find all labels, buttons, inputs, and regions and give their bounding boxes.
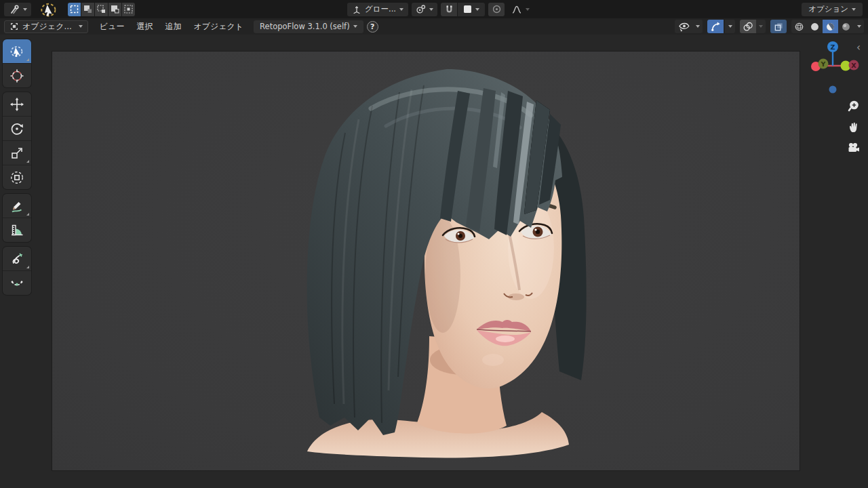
select-extend-icon <box>83 4 93 14</box>
mode-caret <box>79 25 83 28</box>
options-caret <box>852 8 856 11</box>
transform-icon <box>9 170 24 185</box>
tool-annotate[interactable] <box>3 194 31 218</box>
overlays-toggle[interactable] <box>740 20 756 33</box>
toggle-xray-button[interactable] <box>770 20 787 33</box>
select-mode-invert[interactable] <box>108 3 121 16</box>
viewport-header-right <box>675 20 864 33</box>
proportional-editing-icon <box>492 4 502 14</box>
overlays-caret[interactable] <box>756 20 766 33</box>
camera-frame[interactable] <box>52 52 800 470</box>
zoom-icon <box>847 100 860 113</box>
gizmos-toggle[interactable] <box>707 20 724 33</box>
shading-wireframe-button[interactable] <box>791 20 807 33</box>
transform-orientation-dropdown[interactable]: グロー... <box>347 3 408 16</box>
shading-group <box>791 20 864 33</box>
select-mode-subtract[interactable] <box>95 3 108 16</box>
solid-sphere-icon <box>810 22 820 32</box>
editor-selector-caret <box>23 8 27 11</box>
wireframe-sphere-icon <box>794 22 804 32</box>
retopoflow-label: RetopoFlow 3.1.0 (self) <box>260 22 350 31</box>
tool-select-box[interactable] <box>3 39 31 63</box>
brush-stroke-icon <box>9 251 24 266</box>
blender-window: グロー... <box>0 0 868 488</box>
snap-toggle[interactable] <box>441 3 457 16</box>
falloff-curve-icon <box>511 5 522 14</box>
proportional-editing-toggle[interactable] <box>488 3 505 16</box>
shading-caret[interactable] <box>854 20 864 33</box>
tool-rotate[interactable] <box>3 117 31 140</box>
3d-viewport[interactable]: Y X Z <box>0 35 868 488</box>
xray-icon <box>774 22 784 32</box>
chin-highlight <box>482 354 504 366</box>
caret-icon <box>696 25 700 28</box>
select-subtract-icon <box>96 4 106 14</box>
retopoflow-menu[interactable]: RetopoFlow 3.1.0 (self) <box>254 20 363 33</box>
view-object-types-group <box>675 20 703 33</box>
tool-header-left <box>4 0 135 18</box>
select-intersect-icon <box>123 4 134 14</box>
move-icon <box>9 97 24 112</box>
snap-increment-icon <box>463 5 472 14</box>
gizmo-y-label: Y <box>821 60 826 68</box>
caret-icon <box>857 25 861 28</box>
snap-target-caret <box>475 8 479 11</box>
tool-curve[interactable] <box>3 271 31 295</box>
menu-view[interactable]: ビュー <box>94 21 131 33</box>
snap-target-dropdown[interactable] <box>458 3 485 16</box>
tool-header-middle: グロー... <box>347 0 532 18</box>
eye-icon <box>678 22 690 32</box>
editor-type-selector[interactable] <box>4 3 31 16</box>
magnet-icon <box>444 4 454 14</box>
head-model[interactable] <box>52 52 800 470</box>
retopoflow-caret <box>353 25 357 28</box>
pivot-caret <box>429 8 433 11</box>
tool-settings-icon <box>9 4 20 15</box>
tool-scale[interactable] <box>3 141 31 165</box>
sidebar-toggle[interactable]: ‹ <box>856 43 861 53</box>
shading-material-preview-button[interactable] <box>823 20 838 33</box>
tool-move[interactable] <box>3 92 31 116</box>
pivot-point-dropdown[interactable] <box>412 3 437 16</box>
toolbar-group-extra <box>3 247 31 295</box>
camera-view-button[interactable] <box>844 138 863 157</box>
orientation-axes-icon <box>352 5 361 14</box>
select-mode-intersect[interactable] <box>122 3 135 16</box>
hand-icon <box>847 121 859 133</box>
shading-solid-button[interactable] <box>807 20 823 33</box>
gizmos-caret[interactable] <box>725 20 735 33</box>
menu-object[interactable]: オブジェクト <box>187 21 250 33</box>
gizmo-minus-z-dot[interactable] <box>829 86 837 94</box>
tool-measure[interactable] <box>3 218 31 242</box>
select-mode-extend[interactable] <box>81 3 94 16</box>
mode-dropdown[interactable]: オブジェク... <box>4 20 88 33</box>
toolbar-group-transform <box>3 92 31 189</box>
select-set-icon <box>69 4 79 14</box>
left-eye-highlight <box>458 233 460 235</box>
falloff-dropdown[interactable] <box>508 3 532 16</box>
options-dropdown[interactable]: オプション <box>802 3 863 16</box>
toolbar <box>3 39 31 295</box>
shading-rendered-button[interactable] <box>838 20 854 33</box>
menu-select[interactable]: 選択 <box>130 21 159 33</box>
tool-brush-stroke[interactable] <box>3 247 31 270</box>
menu-add[interactable]: 追加 <box>159 21 187 33</box>
right-eye-highlight <box>534 228 536 230</box>
pan-button[interactable] <box>844 117 863 136</box>
retopoflow-help-button[interactable]: ? <box>367 21 378 33</box>
view-object-types-caret[interactable] <box>693 20 703 33</box>
overlays-icon <box>743 22 753 32</box>
gizmo-x-label: X <box>851 62 856 69</box>
tool-transform[interactable] <box>3 165 31 189</box>
zoom-button[interactable] <box>844 96 863 115</box>
gizmo-z-label: Z <box>831 43 835 51</box>
view-object-types-button[interactable] <box>675 20 693 33</box>
orientation-label: グロー... <box>365 4 396 14</box>
gizmos-group <box>707 20 735 33</box>
toolbar-group-annotate <box>3 194 31 242</box>
mode-label: オブジェク... <box>22 21 72 33</box>
cursor-icon <box>9 68 24 83</box>
tool-cursor[interactable] <box>3 64 31 87</box>
pivot-point-icon <box>416 4 426 14</box>
select-mode-set[interactable] <box>68 3 81 16</box>
